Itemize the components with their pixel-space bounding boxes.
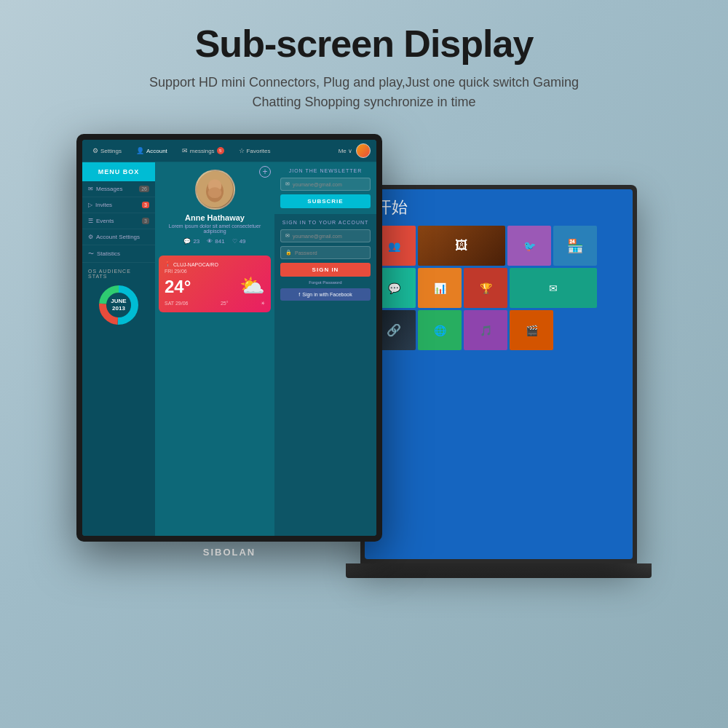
- subscribe-button[interactable]: SUBSCRIE: [280, 194, 371, 208]
- sidebar-account-label: Account Settings: [96, 234, 140, 240]
- weather-card: 📍 CLUJ-NAPOCA/RO FRI 29/06 24° ⛅ SAT 29/…: [159, 256, 271, 312]
- social-icon: 🐦: [523, 240, 536, 252]
- chat-icon: 💬: [388, 282, 400, 294]
- tile-stats[interactable]: 📊: [418, 268, 462, 308]
- sidebar-stats-icon: 〜: [88, 250, 94, 258]
- weather-location: 📍 CLUJ-NAPOCA/RO: [165, 261, 265, 267]
- weather-temp: 24°: [165, 277, 191, 297]
- sidebar-stats-label: Statistics: [97, 250, 120, 257]
- profile-avatar: [195, 170, 235, 210]
- profile-section: + Anne Hathaway: [155, 162, 274, 252]
- sidebar-events-icon: ☰: [88, 218, 93, 224]
- location-pin-icon: 📍: [165, 261, 171, 267]
- content-right: JION THE NEWSLETTER ✉ youmane@gmail.com …: [274, 162, 376, 536]
- monitor-left: ⚙ Settings 👤 Account ✉ messings 5 ☆ F: [76, 134, 382, 542]
- profile-desc: Lorem ipsum dolor sit amet consectetuer …: [162, 223, 267, 234]
- tile-globe[interactable]: 🌐: [418, 310, 462, 350]
- nav-right: Me ∨: [339, 143, 371, 158]
- tile-store[interactable]: 🏪: [553, 226, 597, 266]
- messages-nav-icon: ✉: [182, 147, 188, 154]
- win8-screen: 开始 👥 🖼 🐦: [365, 189, 633, 559]
- sidebar-messages[interactable]: ✉ Messages 26: [82, 181, 155, 197]
- signin-email-field[interactable]: ✉ youmane@gmail.com: [280, 229, 371, 242]
- menu-box-button[interactable]: MENU BOX: [82, 162, 155, 181]
- tile-photo[interactable]: 🖼: [418, 226, 505, 266]
- nav-favorites-label: Favorites: [247, 148, 271, 154]
- tile-trophy[interactable]: 🏆: [464, 268, 507, 308]
- facebook-label: Sign in with Facebook: [302, 292, 352, 297]
- trophy-icon: 🏆: [480, 282, 492, 294]
- sidebar: MENU BOX ✉ Messages 26 ▷ Invites: [82, 162, 155, 536]
- signin-email-placeholder: youmane@gmail.com: [293, 234, 342, 239]
- messages-badge: 5: [217, 147, 224, 154]
- laptop-container: 开始 👥 🖼 🐦: [360, 156, 652, 578]
- donut-center: JUNE 2013: [111, 298, 126, 312]
- comments-icon: 💬: [183, 238, 191, 245]
- app-main: MENU BOX ✉ Messages 26 ▷ Invites: [82, 162, 376, 536]
- settings-icon: ⚙: [92, 147, 98, 154]
- signin-button[interactable]: SIGN IN: [280, 263, 371, 277]
- profile-name: Anne Hathaway: [185, 213, 245, 222]
- signin-password-field[interactable]: 🔒 Password: [280, 246, 371, 259]
- facebook-signin-button[interactable]: f Sign in with Facebook: [280, 288, 371, 301]
- nav-settings[interactable]: ⚙ Settings: [88, 145, 126, 157]
- add-button[interactable]: +: [259, 166, 271, 178]
- nav-settings-label: Settings: [100, 148, 122, 154]
- nav-avatar[interactable]: [356, 143, 371, 158]
- sidebar-events-label: Events: [96, 218, 114, 224]
- photo-icon: 🖼: [455, 238, 468, 253]
- nav-messages-label: messings: [190, 148, 215, 154]
- stats-month: JUNE: [111, 298, 126, 305]
- tile-social[interactable]: 🐦: [507, 226, 551, 266]
- newsletter-placeholder: youmane@gmail.com: [293, 182, 342, 187]
- sidebar-statistics[interactable]: 〜 Statistics: [82, 245, 155, 263]
- account-icon: 👤: [136, 147, 144, 154]
- music-icon: 🎵: [480, 325, 492, 336]
- page-header: Sub-screen Display Support HD mini Conne…: [0, 0, 728, 112]
- tile-music[interactable]: 🎵: [464, 310, 507, 350]
- email-icon: ✉: [285, 181, 290, 187]
- app-nav: ⚙ Settings 👤 Account ✉ messings 5 ☆ F: [82, 140, 376, 162]
- sidebar-messages-icon: ✉: [88, 186, 93, 192]
- signin-password-placeholder: Password: [295, 250, 317, 256]
- nav-favorites[interactable]: ☆ Favorites: [234, 145, 275, 157]
- signin-email-icon: ✉: [285, 233, 290, 239]
- stats-title: OS AUDIENCE STATS: [88, 269, 149, 279]
- monitor-brand: SIBOLAN: [203, 547, 256, 558]
- sidebar-events[interactable]: ☰ Events 3: [82, 213, 155, 229]
- win8-title: 开始: [365, 189, 633, 222]
- people-icon: 👥: [388, 240, 400, 252]
- sidebar-invites[interactable]: ▷ Invites 3: [82, 197, 155, 213]
- facebook-icon: f: [298, 292, 300, 297]
- signin-section: SIGN IN TO YOUR ACCOUNT ✉ youmane@gmail.…: [274, 214, 376, 536]
- stats-icon: 📊: [434, 282, 446, 294]
- favorites-icon: ☆: [239, 147, 245, 154]
- weather-next-row: SAT 29/06 25° ☀: [165, 301, 265, 306]
- page-title: Sub-screen Display: [0, 22, 728, 66]
- sidebar-account-settings[interactable]: ⚙ Account Settings: [82, 229, 155, 245]
- lock-icon: 🔒: [285, 250, 292, 256]
- nav-me-label[interactable]: Me ∨: [339, 148, 352, 154]
- weather-cloud-icon: ⛅: [240, 274, 265, 298]
- views-icon: 👁: [207, 238, 213, 245]
- sidebar-messages-badge: 26: [139, 186, 149, 192]
- stats-year: 2013: [111, 305, 126, 312]
- monitors-container: ⚙ Settings 👤 Account ✉ messings 5 ☆ F: [0, 134, 728, 578]
- monitor-right: 开始 👥 🖼 🐦: [360, 185, 637, 563]
- tile-mail[interactable]: ✉: [510, 268, 597, 308]
- sidebar-invites-badge: 3: [142, 202, 149, 208]
- win8-tiles: 👥 🖼 🐦 🏪: [365, 222, 633, 354]
- newsletter-title: JION THE NEWSLETTER: [280, 168, 371, 173]
- forgot-password-link[interactable]: Forgot Password: [280, 280, 371, 285]
- nav-account-label: Account: [146, 148, 167, 154]
- svg-point-7: [207, 187, 221, 198]
- newsletter-email-field[interactable]: ✉ youmane@gmail.com: [280, 178, 371, 191]
- sidebar-invites-icon: ▷: [88, 202, 92, 208]
- comments-count: 23: [193, 238, 199, 245]
- newsletter-section: JION THE NEWSLETTER ✉ youmane@gmail.com …: [274, 162, 376, 214]
- laptop-base: [346, 563, 652, 578]
- nav-account[interactable]: 👤 Account: [132, 145, 172, 157]
- nav-messages[interactable]: ✉ messings 5: [178, 145, 229, 157]
- likes-icon: ♡: [232, 238, 237, 245]
- tile-video[interactable]: 🎬: [510, 310, 553, 350]
